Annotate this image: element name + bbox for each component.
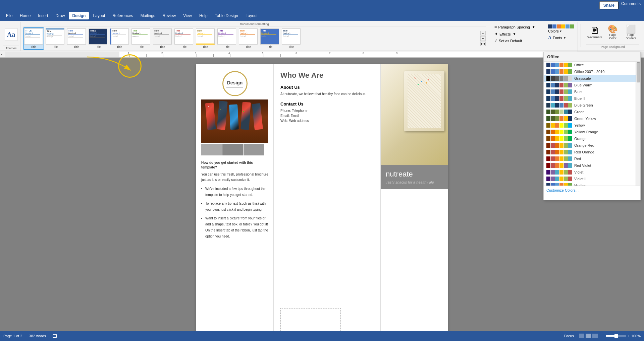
color-theme-row-8[interactable]: Green Yellow bbox=[544, 115, 640, 122]
zoom-slider[interactable] bbox=[606, 335, 626, 337]
design-circle[interactable]: Design bbox=[222, 71, 248, 96]
zoom-in-btn[interactable]: + bbox=[628, 334, 630, 338]
theme-label-1: Title bbox=[31, 45, 37, 49]
middle-bottom-box bbox=[280, 308, 341, 332]
color-theme-row-0[interactable]: Office bbox=[544, 62, 640, 68]
theme-item-4[interactable]: TITLE HEADING 1 Heading 2 Title bbox=[88, 27, 108, 50]
colors-panel-header: Office bbox=[544, 52, 640, 62]
colors-button[interactable]: Colors ▼ bbox=[546, 23, 576, 34]
theme-item-2[interactable]: Title Heading 1 Heading 2 Title bbox=[45, 27, 65, 50]
food-image bbox=[201, 99, 268, 143]
effects-arrow: ▼ bbox=[513, 32, 516, 36]
read-mode-btn[interactable] bbox=[592, 334, 598, 338]
page-borders-button[interactable]: ⬜ Page Borders bbox=[623, 23, 639, 42]
color-theme-name-10: Yellow Orange bbox=[574, 130, 598, 134]
customize-colors-button[interactable]: Customize Colors... bbox=[546, 188, 638, 193]
gallery-items: TITLE Heading 1 Heading 2 Title Title He… bbox=[23, 27, 480, 50]
watermark-button[interactable]: 🖹 Watermark bbox=[586, 24, 603, 41]
gallery-up-arrow[interactable]: ▲ bbox=[480, 31, 486, 36]
color-theme-row-12[interactable]: Orange Red bbox=[544, 142, 640, 149]
themes-label: Themes bbox=[3, 46, 19, 51]
comments-button[interactable]: Comments bbox=[621, 1, 641, 9]
theme-item-13[interactable]: Title Heading 1 Heading 2 Title bbox=[281, 27, 302, 50]
theme-item-11[interactable]: Title Heading 1 Heading 2 Title bbox=[238, 27, 259, 50]
menu-layout2[interactable]: Layout bbox=[242, 12, 261, 19]
scrollbar-thumb[interactable] bbox=[637, 62, 640, 82]
zoom-thumb[interactable] bbox=[614, 334, 618, 338]
zoom-out-btn[interactable]: − bbox=[603, 334, 605, 338]
color-theme-name-13: Red Orange bbox=[574, 150, 594, 154]
middle-column: Who We Are About Us At nutreate, we beli… bbox=[273, 64, 381, 332]
color-theme-name-14: Red bbox=[574, 157, 581, 161]
focus-label[interactable]: Focus bbox=[564, 334, 574, 338]
theme-item-12[interactable]: Title Heading 1 Heading 2 Title bbox=[259, 27, 280, 50]
bullet-3: Want to insert a picture from your files… bbox=[205, 215, 268, 240]
color-theme-row-17[interactable]: Violet II bbox=[544, 176, 640, 182]
theme-item-5[interactable]: Title Heading 1 Heading 2 Title bbox=[109, 27, 130, 50]
menu-file[interactable]: File bbox=[3, 12, 16, 19]
effects-icon: ✦ bbox=[494, 31, 498, 37]
menu-view[interactable]: View bbox=[180, 12, 195, 19]
color-theme-row-5[interactable]: Blue II bbox=[544, 95, 640, 102]
menu-references[interactable]: References bbox=[109, 12, 136, 19]
theme-item-8[interactable]: Title Heading 1 Heading 2 Title bbox=[173, 27, 194, 50]
contact-info: Phone: Telephone Email: Email Web: Web a… bbox=[280, 108, 374, 123]
about-text: At nutreate, we believe that healthy foo… bbox=[280, 91, 374, 96]
color-theme-row-11[interactable]: Orange bbox=[544, 135, 640, 142]
color-theme-row-7[interactable]: Green bbox=[544, 109, 640, 115]
print-layout-btn[interactable] bbox=[579, 334, 584, 338]
theme-item-3[interactable]: Title Heading 1 Heading 2 Title bbox=[66, 27, 87, 50]
set-as-default-label: Set as Default bbox=[499, 39, 522, 43]
menu-draw[interactable]: Draw bbox=[52, 12, 68, 19]
color-theme-row-9[interactable]: Yellow bbox=[544, 122, 640, 129]
color-theme-row-15[interactable]: Red Violet bbox=[544, 162, 640, 169]
thumbnail-row bbox=[201, 144, 268, 155]
color-theme-name-7: Green bbox=[574, 110, 585, 114]
set-as-default-button[interactable]: ✓ Set as Default bbox=[493, 38, 543, 44]
menu-review[interactable]: Review bbox=[159, 12, 179, 19]
menu-help[interactable]: Help bbox=[196, 12, 211, 19]
paragraph-spacing-button[interactable]: ≡ Paragraph Spacing ▼ bbox=[493, 23, 543, 30]
menu-insert[interactable]: Insert bbox=[35, 12, 51, 19]
web-layout-btn[interactable] bbox=[586, 334, 591, 338]
color-theme-row-16[interactable]: Violet bbox=[544, 169, 640, 176]
color-theme-row-18[interactable]: Median bbox=[544, 182, 640, 186]
color-theme-row-4[interactable]: Blue bbox=[544, 88, 640, 95]
themes-group-content: Aa bbox=[3, 23, 19, 46]
watermark-icon: 🖹 bbox=[590, 26, 599, 36]
color-theme-row-10[interactable]: Yellow Orange bbox=[544, 129, 640, 135]
color-theme-row-2[interactable]: Grayscale bbox=[544, 75, 640, 82]
menu-layout[interactable]: Layout bbox=[90, 12, 108, 19]
themes-button[interactable]: Aa bbox=[3, 27, 19, 42]
color-theme-row-3[interactable]: Blue Warm bbox=[544, 82, 640, 88]
menu-home[interactable]: Home bbox=[16, 12, 34, 19]
color-theme-name-16: Violet bbox=[574, 170, 583, 174]
effects-button[interactable]: ✦ Effects ▼ bbox=[493, 30, 543, 38]
theme-item-9[interactable]: Title Heading 1 Heading 2 Title bbox=[195, 27, 216, 50]
menu-mailings[interactable]: Mailings bbox=[137, 12, 159, 19]
page-color-button[interactable]: 🎨 Page Color bbox=[604, 23, 621, 42]
colors-panel-scrollbar[interactable] bbox=[636, 62, 640, 186]
theme-item-6[interactable]: Title Heading 1 Heading 2 Title bbox=[130, 27, 151, 50]
theme-item-7[interactable]: Title Heading 1 Heading 2 Title bbox=[152, 27, 173, 50]
menu-table-design[interactable]: Table Design bbox=[212, 12, 241, 19]
share-button[interactable]: Share bbox=[599, 1, 619, 9]
color-theme-row-1[interactable]: Office 2007 - 2010 bbox=[544, 68, 640, 75]
question-heading: How do you get started with this templat… bbox=[201, 160, 268, 170]
theme-item-1[interactable]: TITLE Heading 1 Heading 2 Title bbox=[23, 27, 44, 50]
fonts-button[interactable]: A Fonts ▼ bbox=[546, 34, 568, 42]
gallery-more-arrow[interactable]: ▼▼ bbox=[480, 42, 486, 46]
right-column: nutreate Tasty snacks for a healthy life bbox=[381, 64, 448, 332]
color-theme-row-6[interactable]: Blue Green bbox=[544, 102, 640, 109]
accessibility-icon[interactable] bbox=[53, 334, 57, 338]
gallery-down-arrow[interactable]: ▼ bbox=[480, 36, 486, 41]
bullet-list: We've included a few tips throughout the… bbox=[201, 186, 268, 240]
customize-section: Customize Colors... ... bbox=[544, 186, 640, 200]
zoom-controls: − + 100% bbox=[603, 334, 641, 338]
color-theme-row-14[interactable]: Red bbox=[544, 155, 640, 162]
color-theme-row-13[interactable]: Red Orange bbox=[544, 149, 640, 155]
menu-design[interactable]: Design bbox=[69, 12, 89, 19]
color-theme-name-12: Orange Red bbox=[574, 143, 594, 147]
watermark-label: Watermark bbox=[587, 36, 602, 39]
theme-item-10[interactable]: Title Heading 1 Heading 2 Title bbox=[216, 27, 237, 50]
